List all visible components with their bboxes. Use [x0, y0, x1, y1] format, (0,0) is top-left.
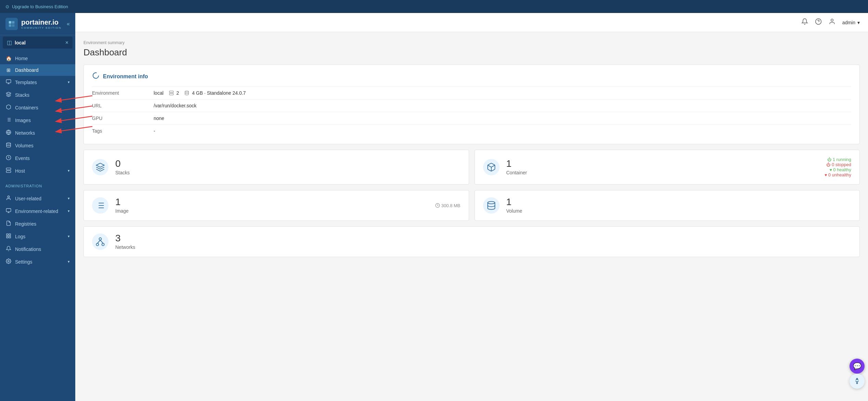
svg-point-47 — [99, 238, 102, 240]
svg-rect-22 — [6, 209, 11, 212]
events-icon — [5, 155, 12, 161]
svg-rect-27 — [9, 236, 11, 238]
sidebar-item-environment-related[interactable]: Environment-related ▾ — [0, 205, 75, 217]
upgrade-icon: ⊙ — [5, 4, 9, 9]
sidebar-item-events[interactable]: Events — [0, 152, 75, 164]
svg-rect-18 — [6, 171, 11, 172]
sidebar-item-dashboard[interactable]: ⊞ Dashboard — [0, 64, 75, 76]
healthy-icon: ♥ — [829, 168, 832, 172]
env-close-button[interactable]: × — [65, 40, 68, 46]
sidebar-item-logs[interactable]: Logs ▾ — [0, 230, 75, 243]
person-icon[interactable] — [829, 18, 835, 27]
volumes-icon — [5, 142, 12, 149]
container-stat-details: ⏻ 1 running ⏻ 0 stopped ♥ 0 healthy ♥ — [825, 157, 851, 177]
networks-count: 3 — [115, 233, 851, 243]
host-icon — [5, 168, 12, 174]
svg-rect-2 — [9, 24, 11, 27]
sidebar-item-home[interactable]: 🏠 Home — [0, 53, 75, 64]
sidebar-logo: portainer.io COMMUNITY EDITION « — [0, 13, 75, 35]
stacks-icon — [5, 92, 12, 98]
image-stat-icon — [92, 197, 108, 214]
stat-card-networks[interactable]: 3 Networks — [83, 226, 860, 257]
env-selector[interactable]: ◫ local × — [3, 37, 73, 49]
sidebar-item-user-related[interactable]: User-related ▾ — [0, 192, 75, 205]
image-size-value: 300.8 MB — [441, 203, 461, 208]
healthy-count: 0 healthy — [833, 167, 851, 172]
sidebar-item-label: Host — [15, 168, 25, 174]
home-icon: 🏠 — [5, 56, 12, 61]
sidebar-item-label: Dashboard — [15, 67, 39, 73]
volume-count: 1 — [506, 197, 852, 207]
stopped-count: 0 stopped — [832, 162, 851, 167]
info-value-gpu: none — [154, 116, 164, 121]
sidebar-item-stacks[interactable]: Stacks — [0, 89, 75, 101]
stat-card-volume[interactable]: 1 Volume — [475, 190, 860, 221]
chatbot-icon[interactable]: 💬 — [850, 359, 865, 374]
sidebar-item-label: Logs — [15, 234, 25, 239]
page-title: Dashboard — [83, 47, 860, 58]
sidebar-item-networks[interactable]: Networks — [0, 126, 75, 139]
chevron-down-icon: ▾ — [68, 169, 70, 173]
upgrade-label: Upgrade to Business Edition — [12, 4, 68, 9]
image-size: 300.8 MB — [435, 203, 461, 208]
notifications-icon — [5, 246, 12, 252]
sidebar-item-settings[interactable]: Settings ▾ — [0, 255, 75, 268]
upgrade-bar[interactable]: ⊙ Upgrade to Business Edition — [0, 0, 868, 13]
svg-point-46 — [488, 201, 495, 204]
logs-icon — [5, 233, 12, 240]
volume-label: Volume — [506, 208, 852, 214]
sidebar-item-images[interactable]: Images — [0, 114, 75, 126]
info-value-url: /var/run/docker.sock — [154, 103, 196, 108]
collapse-button[interactable]: « — [67, 21, 70, 27]
accessibility-icon[interactable] — [850, 374, 865, 389]
info-label-gpu: GPU — [92, 116, 154, 121]
svg-rect-1 — [12, 21, 14, 24]
sidebar-item-label: Images — [15, 118, 31, 123]
stat-card-image[interactable]: 1 Image 300.8 MB — [83, 190, 469, 221]
sidebar-item-volumes[interactable]: Volumes — [0, 139, 75, 152]
env-icon: ◫ — [7, 39, 12, 46]
image-stat-info: 1 Image — [115, 197, 428, 214]
svg-point-15 — [7, 143, 11, 144]
sidebar-item-containers[interactable]: Containers — [0, 101, 75, 114]
logo-edition: COMMUNITY EDITION — [21, 26, 62, 29]
env-name: local — [15, 40, 26, 45]
stat-card-container[interactable]: 1 Container ⏻ 1 running ⏻ 0 stopped — [475, 150, 860, 185]
admin-group-label: Administration — [0, 180, 75, 189]
svg-rect-26 — [9, 234, 11, 236]
stat-card-stacks[interactable]: 0 Stacks — [83, 150, 469, 185]
info-label-environment: Environment — [92, 90, 154, 96]
chevron-down-icon: ▾ — [68, 259, 70, 264]
stacks-label: Stacks — [115, 170, 461, 175]
stacks-count: 0 — [115, 159, 461, 169]
stats-grid: 0 Stacks 1 Container ⏻ — [83, 150, 860, 221]
info-row-environment: Environment local 2 4 GB · Standalone 24… — [92, 86, 851, 99]
networks-stat-icon — [92, 233, 108, 250]
container-stat-info: 1 Container — [506, 159, 818, 175]
sidebar-item-label: Registries — [15, 221, 36, 227]
networks-label: Networks — [115, 244, 851, 250]
sidebar-item-templates[interactable]: Templates ▾ — [0, 76, 75, 89]
logo-name: portainer.io — [21, 18, 62, 26]
svg-rect-17 — [6, 168, 11, 170]
sidebar-item-label: Volumes — [15, 143, 34, 148]
sidebar-item-host[interactable]: Host ▾ — [0, 164, 75, 177]
svg-line-51 — [100, 240, 103, 243]
stopped-icon: ⏻ — [826, 162, 830, 167]
svg-point-29 — [8, 260, 9, 262]
svg-rect-0 — [9, 21, 11, 24]
svg-point-49 — [102, 243, 104, 246]
templates-icon — [5, 79, 12, 85]
unhealthy-icon: ♥ — [825, 173, 827, 177]
sidebar-item-notifications[interactable]: Notifications — [0, 243, 75, 255]
help-icon[interactable] — [815, 18, 822, 27]
running-icon: ⏻ — [827, 157, 831, 162]
bell-icon[interactable] — [801, 18, 808, 27]
chevron-down-icon: ▾ — [68, 234, 70, 239]
running-count: 1 running — [833, 157, 851, 162]
top-header: admin ▾ — [75, 13, 868, 32]
container-count: 1 — [506, 159, 818, 169]
sidebar-item-registries[interactable]: Registries — [0, 217, 75, 230]
user-menu[interactable]: admin ▾ — [842, 20, 860, 25]
main-content: admin ▾ Environment summary Dashboard En… — [75, 13, 868, 401]
